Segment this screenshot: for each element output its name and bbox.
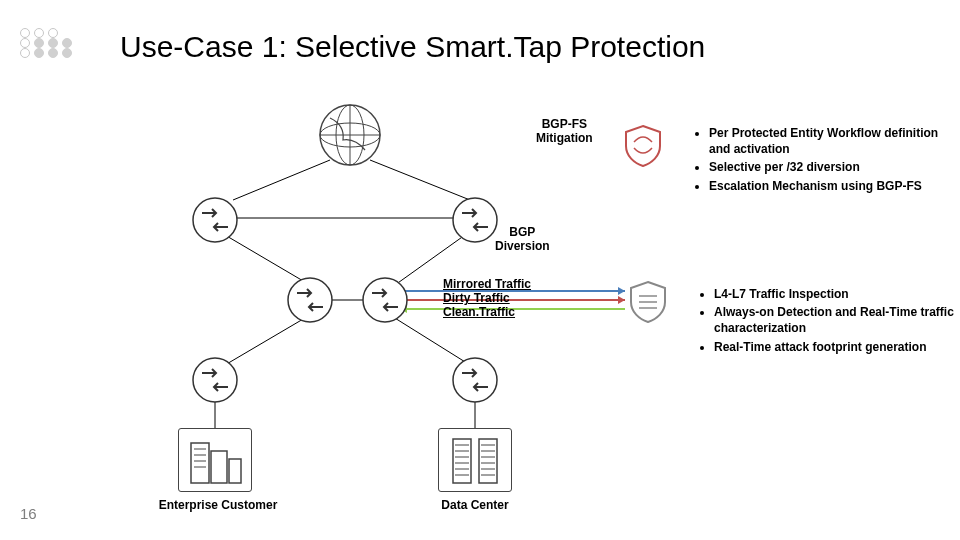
svg-rect-35: [479, 439, 497, 483]
enterprise-customer-label: Enterprise Customer: [158, 498, 278, 512]
bullets-bottom: L4-L7 Traffic Inspection Always-on Detec…: [700, 286, 959, 357]
svg-rect-29: [229, 459, 241, 483]
enterprise-box: [178, 428, 252, 492]
internet-globe-icon: [315, 100, 385, 170]
defenseflow-shield-icon: [620, 122, 666, 168]
svg-rect-28: [211, 451, 227, 483]
bullet-item: Always-on Detection and Real-Time traffi…: [714, 304, 959, 336]
bgp-diversion-label: BGP Diversion: [495, 225, 550, 254]
datacenter-box: [438, 428, 512, 492]
server-rack-icon: [439, 429, 511, 491]
clean-traffic-label: Clean.Traffic: [443, 305, 515, 319]
defensepro-shield-icon: [625, 278, 671, 324]
svg-line-1: [370, 160, 470, 200]
svg-point-24: [363, 278, 407, 322]
router-icon: [285, 275, 335, 325]
svg-point-23: [288, 278, 332, 322]
svg-rect-34: [453, 439, 471, 483]
bullet-item: Escalation Mechanism using BGP-FS: [709, 178, 954, 194]
svg-marker-13: [618, 296, 625, 304]
bullet-item: Selective per /32 diversion: [709, 159, 954, 175]
svg-point-25: [193, 358, 237, 402]
data-center-label: Data Center: [430, 498, 520, 512]
bgp-fs-label: BGP-FS Mitigation: [536, 117, 593, 146]
bullet-item: Per Protected Entity Workflow definition…: [709, 125, 954, 157]
building-icon: [179, 429, 251, 491]
decorative-dots: [20, 28, 76, 58]
router-icon: [190, 195, 240, 245]
router-icon: [190, 355, 240, 405]
router-icon: [360, 275, 410, 325]
bullets-top: Per Protected Entity Workflow definition…: [695, 125, 954, 196]
router-icon: [450, 195, 500, 245]
mirrored-traffic-label: Mirrored Traffic: [443, 277, 531, 291]
bullet-item: L4-L7 Traffic Inspection: [714, 286, 959, 302]
slide-title: Use-Case 1: Selective Smart.Tap Protecti…: [120, 30, 705, 64]
svg-point-22: [453, 198, 497, 242]
svg-point-21: [193, 198, 237, 242]
svg-marker-11: [618, 287, 625, 295]
bullet-item: Real-Time attack footprint generation: [714, 339, 959, 355]
router-icon: [450, 355, 500, 405]
svg-point-26: [453, 358, 497, 402]
page-number: 16: [20, 505, 37, 522]
dirty-traffic-label: Dirty Traffic: [443, 291, 510, 305]
